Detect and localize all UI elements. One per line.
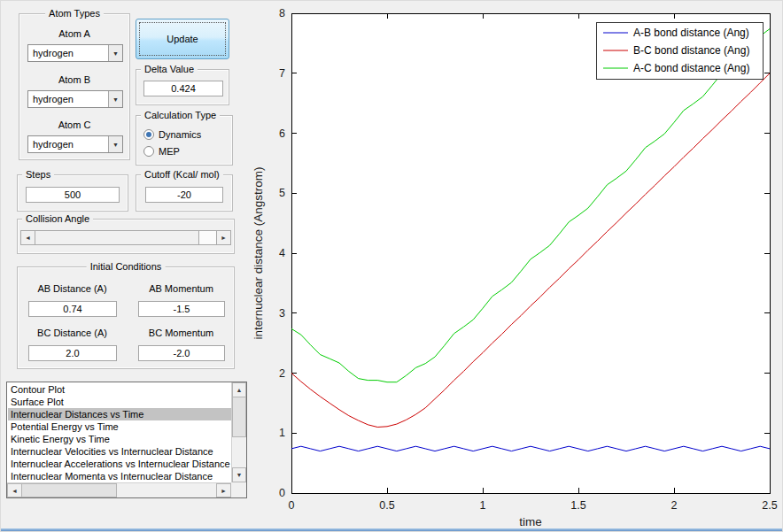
bc-distance-input[interactable]: [28, 345, 117, 361]
radio-dynamics-label: Dynamics: [159, 129, 201, 140]
y-tick-label: 1: [279, 427, 285, 439]
slider-thumb[interactable]: [35, 230, 199, 245]
y-axis-label: internuclear distance (Angstrom): [252, 166, 265, 339]
atom-c-dropdown[interactable]: hydrogen ▼: [27, 135, 123, 153]
panel-cutoff: Cutoff (Kcal/ mol): [136, 174, 233, 212]
scroll-right-icon[interactable]: ►: [216, 230, 231, 245]
x-tick-label: 0.5: [379, 499, 394, 512]
update-button[interactable]: Update: [136, 19, 229, 59]
bc-momentum-input[interactable]: [138, 345, 225, 361]
atom-a-label: Atom A: [19, 28, 129, 39]
panel-steps-title: Steps: [22, 169, 54, 181]
scroll-down-icon[interactable]: ▼: [232, 467, 246, 482]
bc-momentum-label: BC Momentum: [127, 328, 236, 338]
hscroll-thumb[interactable]: [21, 483, 117, 497]
ab-momentum-input[interactable]: [138, 301, 225, 317]
slider-track[interactable]: [199, 230, 217, 245]
plot-area: [291, 13, 770, 493]
update-button-label: Update: [139, 22, 226, 56]
atom-c-value: hydrogen: [28, 139, 108, 150]
chevron-down-icon[interactable]: ▼: [108, 45, 122, 61]
plot-type-listbox[interactable]: Contour PlotSurface PlotInternuclear Dis…: [6, 382, 247, 498]
radio-mep-label: MEP: [159, 146, 180, 157]
x-tick-label: 0: [289, 499, 295, 512]
listbox-horizontal-scrollbar[interactable]: ◄ ►: [7, 482, 231, 497]
legend-label: A-B bond distance (Ang): [633, 27, 749, 39]
hscroll-track[interactable]: [117, 483, 217, 497]
radio-button-icon[interactable]: [143, 146, 154, 157]
radio-dynamics[interactable]: Dynamics: [143, 128, 201, 141]
chevron-down-icon[interactable]: ▼: [108, 91, 122, 107]
panel-initial-conditions-title: Initial Conditions: [87, 261, 166, 273]
scrollbar-corner: [231, 482, 246, 497]
legend-label: B-C bond distance (Ang): [633, 44, 749, 57]
y-tick-label: 5: [279, 187, 285, 199]
panel-initial-conditions: Initial Conditions AB Distance (A) AB Mo…: [17, 266, 235, 369]
ab-distance-input[interactable]: [28, 301, 117, 317]
internuclear-distance-chart: 00.511.522.5012345678timeinternuclear di…: [249, 1, 783, 532]
bc-distance-label: BC Distance (A): [18, 328, 127, 338]
vscroll-thumb[interactable]: [232, 397, 246, 437]
scroll-up-icon[interactable]: ▲: [232, 382, 246, 397]
list-item[interactable]: Internuclear Velocities vs Internuclear …: [8, 445, 231, 458]
x-tick-label: 2: [671, 499, 678, 512]
list-item[interactable]: Potential Energy vs Time: [8, 420, 231, 433]
list-item[interactable]: Contour Plot: [8, 383, 231, 396]
legend-label: A-C bond distance (Ang): [633, 62, 749, 74]
chevron-down-icon[interactable]: ▼: [108, 136, 122, 152]
x-tick-label: 1.5: [570, 499, 585, 512]
atom-a-dropdown[interactable]: hydrogen ▼: [27, 44, 123, 62]
listbox-vertical-scrollbar[interactable]: ▲ ▼: [231, 382, 246, 482]
list-item[interactable]: Internuclear Accelerations vs Internucle…: [8, 458, 231, 470]
panel-atom-types: Atom Types Atom A hydrogen ▼ Atom B hydr…: [19, 13, 130, 160]
y-tick-label: 8: [279, 7, 285, 19]
panel-collision-angle: Collision Angle ◄ ►: [17, 219, 235, 254]
list-item[interactable]: Kinetic Energy vs Time: [8, 433, 231, 445]
x-tick-label: 1: [480, 499, 486, 512]
steps-input[interactable]: [26, 187, 120, 203]
window-border-bottom: [1, 528, 782, 531]
list-item[interactable]: Surface Plot: [8, 396, 231, 408]
cutoff-input[interactable]: [145, 187, 223, 203]
atom-b-dropdown[interactable]: hydrogen ▼: [27, 90, 123, 108]
y-tick-label: 6: [279, 127, 285, 140]
panel-atom-types-title: Atom Types: [45, 8, 104, 19]
panel-delta-value: Delta Value: [136, 69, 229, 105]
ab-distance-label: AB Distance (A): [18, 283, 127, 294]
panel-collision-angle-title: Collision Angle: [22, 213, 93, 225]
panel-steps: Steps: [17, 174, 128, 212]
y-tick-label: 2: [279, 367, 285, 380]
list-item[interactable]: Internuclear Distances vs Time: [8, 408, 231, 420]
y-tick-label: 0: [279, 487, 285, 499]
listbox-items: Contour PlotSurface PlotInternuclear Dis…: [8, 383, 231, 482]
panel-cutoff-title: Cutoff (Kcal/ mol): [141, 169, 223, 181]
scroll-left-icon[interactable]: ◄: [20, 230, 35, 245]
ab-momentum-label: AB Momentum: [127, 283, 236, 294]
collision-angle-slider[interactable]: ◄ ►: [20, 230, 231, 245]
atom-b-label: Atom B: [19, 74, 129, 85]
atom-b-value: hydrogen: [28, 94, 108, 104]
x-tick-label: 2.5: [762, 499, 777, 512]
delta-value-input[interactable]: [143, 81, 223, 96]
panel-calculation-type: Calculation Type Dynamics MEP: [136, 115, 233, 166]
y-tick-label: 7: [279, 67, 285, 80]
y-tick-label: 4: [279, 247, 285, 259]
radio-mep[interactable]: MEP: [143, 145, 180, 158]
atom-a-value: hydrogen: [28, 48, 108, 58]
panel-delta-title: Delta Value: [141, 64, 198, 75]
y-tick-label: 3: [279, 307, 285, 320]
scroll-right-icon[interactable]: ►: [216, 483, 231, 497]
figure-window: Atom Types Atom A hydrogen ▼ Atom B hydr…: [0, 0, 783, 532]
scroll-left-icon[interactable]: ◄: [7, 483, 22, 497]
list-item[interactable]: Internuclear Momenta vs Internuclear Dis…: [8, 470, 231, 482]
radio-button-icon[interactable]: [143, 129, 154, 140]
atom-c-label: Atom C: [19, 120, 129, 130]
x-axis-label: time: [519, 515, 542, 528]
panel-calc-type-title: Calculation Type: [141, 110, 220, 121]
